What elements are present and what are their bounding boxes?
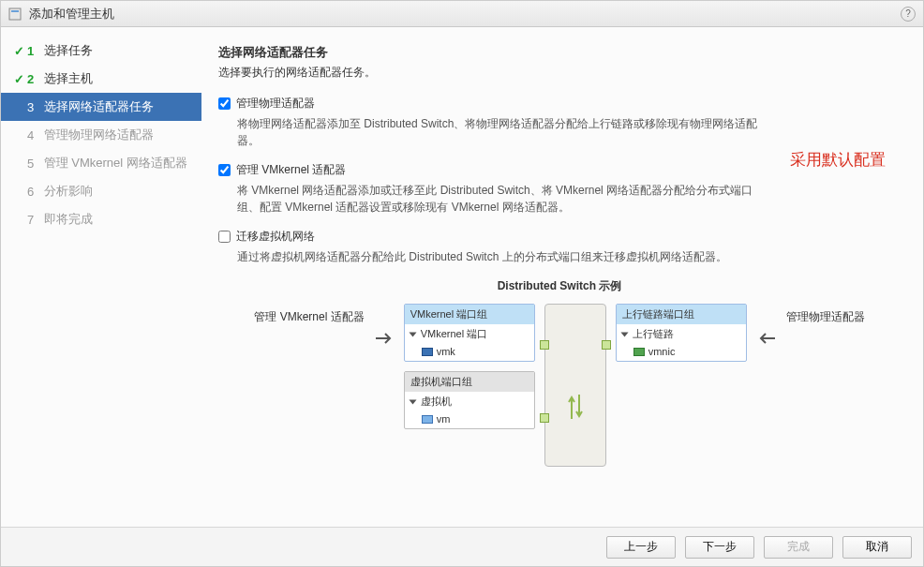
step-label: 管理物理网络适配器 — [44, 127, 192, 143]
option-label: 迁移虚拟机网络 — [236, 229, 315, 245]
diagram-title: Distributed Switch 示例 — [218, 278, 901, 294]
help-icon[interactable]: ? — [901, 7, 916, 22]
page-heading: 选择网络适配器任务 — [218, 44, 901, 61]
step-5-manage-vmkernel: 5 管理 VMkernel 网络适配器 — [1, 149, 201, 177]
svg-rect-1 — [11, 10, 19, 12]
expand-icon — [620, 332, 628, 336]
box-row: 上行链路 — [633, 327, 674, 341]
wizard-content: 选择网络适配器任务 选择要执行的网络适配器任务。 管理物理适配器 将物理网络适配… — [201, 27, 923, 527]
switch-port-icon — [602, 340, 611, 350]
step-label: 管理 VMkernel 网络适配器 — [44, 155, 192, 172]
option-label: 管理 VMkernel 适配器 — [236, 162, 346, 178]
step-3-select-adapter-tasks[interactable]: 3 选择网络适配器任务 — [1, 93, 201, 121]
box-row: 虚拟机 — [421, 395, 452, 409]
step-number: 7 — [27, 213, 40, 227]
checkbox-migrate-vm-networking[interactable] — [218, 231, 231, 243]
next-button[interactable]: 下一步 — [685, 536, 754, 559]
step-4-manage-physical: 4 管理物理网络适配器 — [1, 121, 201, 149]
step-label: 选择网络适配器任务 — [44, 98, 192, 115]
step-number: 6 — [27, 185, 40, 199]
box-header: VMkernel 端口组 — [405, 305, 534, 324]
svg-rect-0 — [9, 8, 21, 20]
vm-icon — [422, 415, 433, 424]
cancel-button[interactable]: 取消 — [842, 536, 912, 559]
distributed-switch-diagram: 管理 VMkernel 适配器 VMkernel 端口组 VMkernel 端口… — [218, 304, 901, 467]
arrow-left-icon — [756, 304, 777, 347]
box-item: vmk — [437, 346, 455, 357]
switch-port-icon — [540, 340, 549, 350]
step-number: 2 — [27, 72, 40, 86]
step-label: 分析影响 — [44, 183, 192, 200]
back-button[interactable]: 上一步 — [606, 536, 676, 559]
step-6-analyze-impact: 6 分析影响 — [1, 177, 201, 205]
expand-icon — [409, 399, 416, 404]
finish-button: 完成 — [764, 536, 833, 559]
step-label: 选择主机 — [44, 70, 192, 87]
checkbox-manage-vmkernel[interactable] — [218, 164, 231, 176]
titlebar: 添加和管理主机 ? — [1, 1, 923, 27]
checkbox-manage-physical[interactable] — [218, 97, 231, 110]
step-label: 选择任务 — [44, 42, 192, 59]
step-number: 4 — [27, 128, 40, 142]
box-item: vm — [437, 413, 451, 425]
check-icon: ✓ — [10, 44, 27, 58]
box-header: 上行链路端口组 — [617, 305, 746, 324]
page-subheading: 选择要执行的网络适配器任务。 — [218, 65, 901, 81]
vmnic-icon — [633, 348, 645, 356]
step-number: 5 — [27, 157, 40, 171]
diagram-left-label: 管理 VMkernel 适配器 — [254, 304, 364, 325]
vm-port-group-box: 虚拟机端口组 虚拟机 vm — [404, 371, 535, 429]
box-header: 虚拟机端口组 — [405, 372, 534, 392]
box-item: vmnic — [648, 346, 676, 357]
step-7-ready-complete: 7 即将完成 — [1, 205, 201, 233]
window-title: 添加和管理主机 — [29, 6, 901, 22]
wizard-window: 添加和管理主机 ? ✓ 1 选择任务 ✓ 2 选择主机 3 选择网络适配器任务 … — [0, 0, 924, 567]
check-icon: ✓ — [10, 72, 27, 86]
wizard-steps-sidebar: ✓ 1 选择任务 ✓ 2 选择主机 3 选择网络适配器任务 4 管理物理网络适配… — [1, 27, 201, 527]
diagram-left-column: VMkernel 端口组 VMkernel 端口 vmk 虚拟机端口组 虚拟机 … — [404, 304, 535, 429]
vmk-nic-icon — [422, 348, 433, 356]
distributed-switch-box — [544, 304, 606, 467]
switch-port-icon — [540, 413, 549, 423]
wizard-icon — [8, 7, 23, 22]
uplink-port-group-box: 上行链路端口组 上行链路 vmnic — [616, 304, 747, 362]
wizard-body: ✓ 1 选择任务 ✓ 2 选择主机 3 选择网络适配器任务 4 管理物理网络适配… — [1, 27, 923, 527]
step-number: 3 — [27, 100, 40, 114]
option-migrate-vm-networking: 迁移虚拟机网络 通过将虚拟机网络适配器分配给此 Distributed Swit… — [218, 229, 901, 265]
step-2-select-hosts[interactable]: ✓ 2 选择主机 — [1, 65, 201, 93]
wizard-footer: 上一步 下一步 完成 取消 — [1, 527, 923, 566]
vmkernel-port-group-box: VMkernel 端口组 VMkernel 端口 vmk — [404, 304, 535, 362]
up-down-arrows-icon — [566, 391, 585, 423]
step-1-select-task[interactable]: ✓ 1 选择任务 — [1, 37, 201, 65]
step-number: 1 — [27, 44, 40, 58]
arrow-right-icon — [374, 304, 395, 347]
option-manage-physical: 管理物理适配器 将物理网络适配器添加至 Distributed Switch、将… — [218, 96, 901, 149]
option-label: 管理物理适配器 — [236, 96, 315, 112]
option-description: 将 VMkernel 网络适配器添加或迁移至此 Distributed Swit… — [237, 182, 762, 216]
step-label: 即将完成 — [44, 211, 192, 228]
diagram-right-label: 管理物理适配器 — [786, 304, 865, 325]
annotation-use-defaults: 采用默认配置 — [790, 149, 886, 171]
expand-icon — [409, 332, 416, 336]
box-row: VMkernel 端口 — [421, 327, 488, 341]
option-description: 通过将虚拟机网络适配器分配给此 Distributed Switch 上的分布式… — [237, 248, 762, 265]
option-description: 将物理网络适配器添加至 Distributed Switch、将物理网络适配器分… — [237, 115, 762, 149]
diagram-right-column: 上行链路端口组 上行链路 vmnic — [616, 304, 747, 362]
